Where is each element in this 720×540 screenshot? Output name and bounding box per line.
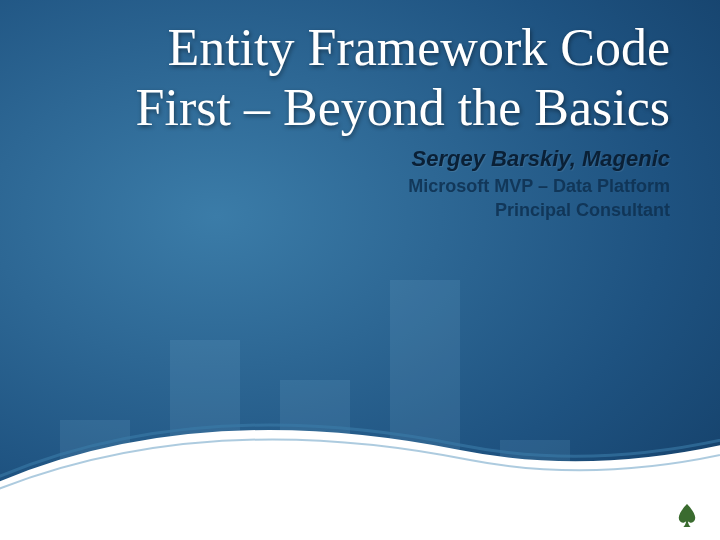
slide-title: Entity Framework Code First – Beyond the… (70, 18, 670, 138)
author-line: Sergey Barskiy, Magenic (70, 146, 670, 172)
subtitle-role: Principal Consultant (70, 198, 670, 222)
spade-icon (676, 502, 698, 530)
slide-content: Entity Framework Code First – Beyond the… (70, 18, 670, 222)
decorative-swoosh (0, 370, 720, 540)
subtitle-mvp: Microsoft MVP – Data Platform (70, 174, 670, 198)
background-bars (0, 240, 720, 540)
